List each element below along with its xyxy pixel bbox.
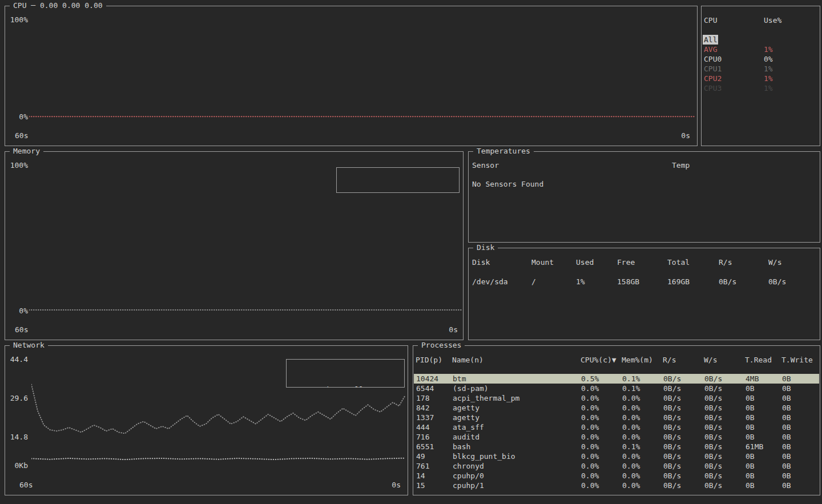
disk-cell-used: 1% — [576, 277, 617, 287]
cpu-legend-row[interactable]: CPU2 1% — [702, 74, 820, 83]
proc-cell-name: (sd-pam) — [453, 384, 581, 393]
network-y-label-1: 29.6 — [6, 394, 28, 403]
cpu-legend-panel[interactable]: CPU Use% All AVG 1% CPU0 0% CPU1 1% CPU2… — [701, 6, 820, 146]
proc-cell-name: bash — [453, 442, 581, 451]
network-graph-panel[interactable]: Network 44.4 29.6 14.8 0Kb RX: 3.6Kb All… — [5, 345, 408, 495]
process-table-row[interactable]: 842 agetty 0.0% 0.0% 0B/s 0B/s 0B 0B — [414, 403, 819, 413]
proc-cell-pid: 178 — [416, 393, 453, 403]
proc-cell-total-write: 0B — [782, 413, 819, 422]
proc-cell-mem: 0.0% — [622, 393, 663, 403]
proc-cell-total-write: 0B — [782, 422, 819, 432]
disk-cell-total: 169GB — [667, 277, 719, 287]
proc-col-total-read[interactable]: T.Read — [745, 355, 781, 365]
process-table-row[interactable]: 178 acpi_thermal_pm 0.0% 0.0% 0B/s 0B/s … — [414, 393, 819, 403]
proc-cell-name: chronyd — [453, 461, 581, 471]
process-table-row[interactable]: 6551 bash 0.0% 0.1% 0B/s 0B/s 61MB 0B — [414, 442, 819, 451]
cpu-legend-row-usage: 1% — [764, 64, 820, 74]
disk-panel-title: Disk — [473, 243, 498, 252]
disk-panel[interactable]: Disk Disk Mount Used Free Total R/s W/s … — [468, 248, 820, 340]
cpu-legend-row-usage — [764, 35, 820, 45]
process-table-row[interactable]: 49 blkcg_punt_bio 0.0% 0.0% 0B/s 0B/s 0B… — [414, 451, 819, 461]
process-table-row[interactable]: 761 chronyd 0.0% 0.0% 0B/s 0B/s 0B 0B — [414, 461, 819, 471]
cpu-legend-row-usage: 1% — [764, 83, 820, 93]
proc-cell-cpu: 0.0% — [581, 432, 622, 442]
memory-graph-panel[interactable]: Memory 100% 0% RAM: 2% 0.2GiB/7.6GiB SWP… — [5, 151, 464, 340]
cpu-legend-row-name: CPU0 — [704, 54, 764, 64]
process-table-row[interactable]: 14 cpuhp/0 0.0% 0.0% 0B/s 0B/s 0B 0B — [414, 471, 819, 481]
disk-col-mount: Mount — [531, 257, 576, 267]
disk-table-row[interactable]: /dev/sda / 1% 158GB 169GB 0B/s 0B/s — [469, 277, 820, 287]
proc-col-cpu-sorted[interactable]: CPU%(c)▼ — [581, 355, 622, 365]
proc-col-pid[interactable]: PID(p) — [416, 355, 452, 365]
cpu-legend-row[interactable]: All — [702, 35, 820, 45]
temperatures-panel[interactable]: Temperatures Sensor Temp No Sensors Foun… — [468, 151, 820, 243]
proc-col-total-write[interactable]: T.Write — [781, 355, 820, 365]
process-table-row[interactable]: 15 cpuhp/1 0.0% 0.0% 0B/s 0B/s 0B 0B — [414, 481, 819, 490]
proc-cell-total-write: 0B — [782, 403, 819, 413]
disk-col-read-rate: R/s — [719, 257, 768, 267]
proc-col-mem[interactable]: Mem%(m) — [622, 355, 663, 365]
disk-table-body: /dev/sda / 1% 158GB 169GB 0B/s 0B/s — [469, 277, 820, 287]
process-table-row[interactable]: 6544 (sd-pam) 0.0% 0.1% 0B/s 0B/s 0B 0B — [414, 384, 819, 393]
process-table-row[interactable]: 716 auditd 0.0% 0.0% 0B/s 0B/s 0B 0B — [414, 432, 819, 442]
proc-cell-pid: 15 — [416, 481, 453, 490]
process-table-body: 10424 btm 0.5% 0.1% 0B/s 0B/s 4MB 0B 654… — [414, 374, 819, 490]
cpu-legend-row[interactable]: CPU3 1% — [702, 83, 820, 93]
proc-cell-read-rate: 0B/s — [663, 432, 704, 442]
cpu-legend-col-cpu: CPU — [704, 15, 764, 25]
disk-table-header: Disk Mount Used Free Total R/s W/s — [469, 257, 820, 267]
cpu-legend-row-usage: 1% — [764, 74, 820, 83]
process-table-row[interactable]: 10424 btm 0.5% 0.1% 0B/s 0B/s 4MB 0B — [414, 374, 819, 384]
proc-cell-name: auditd — [453, 432, 581, 442]
proc-cell-mem: 0.1% — [622, 442, 663, 451]
rx-total: All: 11.8MB — [350, 384, 400, 388]
proc-cell-mem: 0.0% — [622, 422, 663, 432]
proc-cell-pid: 716 — [416, 432, 453, 442]
proc-col-name[interactable]: Name(n) — [452, 355, 581, 365]
cpu-graph-panel[interactable]: CPU ─ 0.00 0.00 0.00 100% 0% 60s 0s — [5, 6, 698, 146]
proc-cell-total-read: 0B — [746, 481, 782, 490]
process-table-row[interactable]: 1337 agetty 0.0% 0.0% 0B/s 0B/s 0B 0B — [414, 413, 819, 422]
proc-cell-total-read: 0B — [746, 384, 782, 393]
processes-panel[interactable]: Processes PID(p) Name(n) CPU%(c)▼ Mem%(m… — [413, 345, 820, 495]
proc-col-read-rate[interactable]: R/s — [663, 355, 704, 365]
proc-cell-pid: 10424 — [416, 374, 453, 384]
network-legend-box: RX: 3.6Kb All: 11.8MB TX: 26.7Kb All: 1.… — [286, 359, 405, 388]
ram-usage-readout: RAM: 2% 0.2GiB/7.6GiB — [341, 191, 455, 193]
disk-cell-free: 158GB — [617, 277, 667, 287]
proc-cell-total-read: 0B — [746, 422, 782, 432]
disk-col-used: Used — [576, 257, 617, 267]
cpu-legend-row[interactable]: CPU1 1% — [702, 64, 820, 74]
cpu-legend-row-name: AVG — [704, 45, 764, 54]
proc-cell-total-read: 61MB — [746, 442, 782, 451]
proc-cell-cpu: 0.0% — [581, 451, 622, 461]
proc-cell-read-rate: 0B/s — [663, 442, 704, 451]
proc-cell-write-rate: 0B/s — [704, 442, 746, 451]
proc-cell-read-rate: 0B/s — [663, 451, 704, 461]
proc-cell-read-rate: 0B/s — [663, 403, 704, 413]
process-table-row[interactable]: 444 ata_sff 0.0% 0.0% 0B/s 0B/s 0B 0B — [414, 422, 819, 432]
cpu-legend-row[interactable]: AVG 1% — [702, 45, 820, 54]
disk-cell-write-rate: 0B/s — [768, 277, 820, 287]
cpu-legend-col-use: Use% — [764, 15, 820, 25]
proc-cell-mem: 0.0% — [622, 461, 663, 471]
proc-col-write-rate[interactable]: W/s — [704, 355, 745, 365]
proc-cell-total-read: 0B — [746, 451, 782, 461]
proc-cell-name: agetty — [453, 413, 581, 422]
proc-cell-pid: 14 — [416, 471, 453, 481]
proc-cell-total-write: 0B — [782, 481, 819, 490]
proc-cell-cpu: 0.0% — [581, 403, 622, 413]
proc-cell-total-write: 0B — [782, 384, 819, 393]
proc-cell-write-rate: 0B/s — [704, 422, 746, 432]
cpu-y-max-label: 100% — [6, 15, 28, 25]
network-panel-title: Network — [10, 341, 48, 349]
process-table-header: PID(p) Name(n) CPU%(c)▼ Mem%(m) R/s W/s … — [413, 355, 820, 365]
proc-cell-total-write: 0B — [782, 471, 819, 481]
cpu-legend-row-name: CPU2 — [704, 74, 764, 83]
disk-cell-disk: /dev/sda — [472, 277, 531, 287]
proc-cell-write-rate: 0B/s — [704, 481, 746, 490]
memory-x-left-label: 60s — [15, 325, 28, 334]
cpu-legend-row[interactable]: CPU0 0% — [702, 54, 820, 64]
memory-legend-box: RAM: 2% 0.2GiB/7.6GiB SWP: 0% 0.0MiB/512… — [336, 167, 460, 193]
cpu-legend-row-usage: 0% — [764, 54, 820, 64]
